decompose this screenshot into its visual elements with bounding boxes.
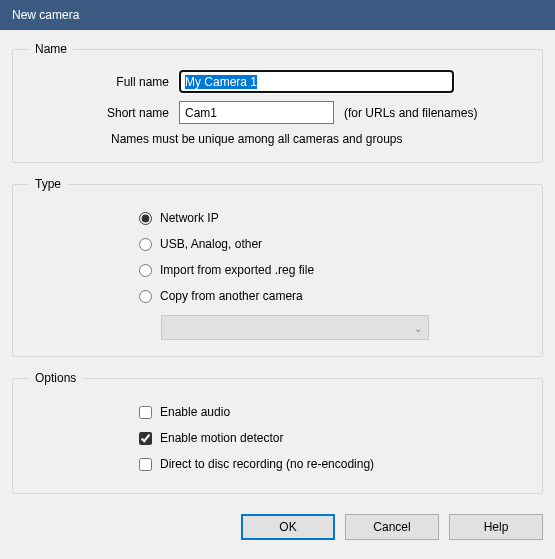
short-name-label: Short name <box>29 106 179 120</box>
checkbox-enable-motion[interactable] <box>139 432 152 445</box>
option-label: Enable motion detector <box>160 431 283 445</box>
name-unique-note: Names must be unique among all cameras a… <box>29 132 526 146</box>
radio-usb-analog[interactable] <box>139 238 152 251</box>
type-option-usb-analog[interactable]: USB, Analog, other <box>139 231 526 257</box>
option-enable-motion[interactable]: Enable motion detector <box>139 425 526 451</box>
window-title: New camera <box>12 8 79 22</box>
type-option-label: Import from exported .reg file <box>160 263 314 277</box>
type-option-copy-camera[interactable]: Copy from another camera <box>139 283 526 309</box>
dialog-body: Name Full name Short name (for URLs and … <box>0 30 555 494</box>
full-name-input[interactable] <box>179 70 454 93</box>
help-button[interactable]: Help <box>449 514 543 540</box>
option-direct-disc[interactable]: Direct to disc recording (no re-encoding… <box>139 451 526 477</box>
type-option-network-ip[interactable]: Network IP <box>139 205 526 231</box>
options-legend: Options <box>29 371 82 385</box>
radio-copy-camera[interactable] <box>139 290 152 303</box>
radio-import-reg[interactable] <box>139 264 152 277</box>
copy-source-combo[interactable]: ⌄ <box>161 315 429 340</box>
type-legend: Type <box>29 177 67 191</box>
name-fieldset: Name Full name Short name (for URLs and … <box>12 42 543 163</box>
type-option-label: Copy from another camera <box>160 289 303 303</box>
short-name-input[interactable] <box>179 101 334 124</box>
ok-button[interactable]: OK <box>241 514 335 540</box>
option-label: Enable audio <box>160 405 230 419</box>
checkbox-enable-audio[interactable] <box>139 406 152 419</box>
type-option-label: Network IP <box>160 211 219 225</box>
full-name-label: Full name <box>29 75 179 89</box>
dialog-button-row: OK Cancel Help <box>0 508 555 552</box>
option-enable-audio[interactable]: Enable audio <box>139 399 526 425</box>
type-radio-group: Network IP USB, Analog, other Import fro… <box>29 205 526 340</box>
name-legend: Name <box>29 42 73 56</box>
short-name-hint: (for URLs and filenames) <box>344 106 477 120</box>
cancel-button[interactable]: Cancel <box>345 514 439 540</box>
title-bar: New camera <box>0 0 555 30</box>
chevron-down-icon: ⌄ <box>414 322 422 333</box>
options-check-group: Enable audio Enable motion detector Dire… <box>29 399 526 477</box>
option-label: Direct to disc recording (no re-encoding… <box>160 457 374 471</box>
type-option-label: USB, Analog, other <box>160 237 262 251</box>
options-fieldset: Options Enable audio Enable motion detec… <box>12 371 543 494</box>
radio-network-ip[interactable] <box>139 212 152 225</box>
type-fieldset: Type Network IP USB, Analog, other Impor… <box>12 177 543 357</box>
type-option-import-reg[interactable]: Import from exported .reg file <box>139 257 526 283</box>
checkbox-direct-disc[interactable] <box>139 458 152 471</box>
